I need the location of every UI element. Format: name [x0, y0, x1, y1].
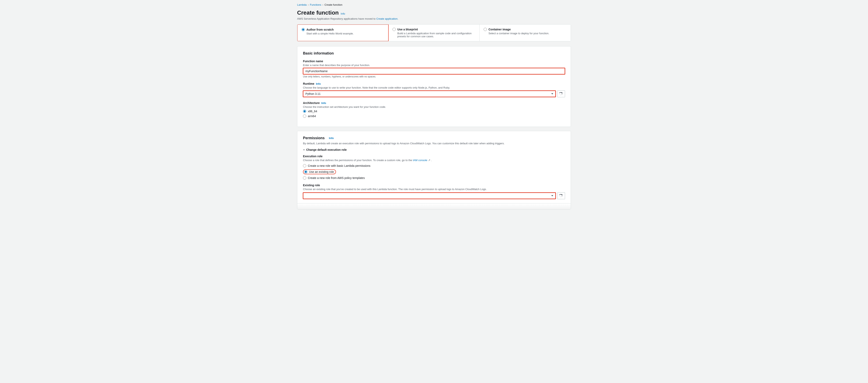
create-application-link[interactable]: Create application.	[376, 17, 398, 20]
architecture-x86-option[interactable]: x86_64	[303, 110, 565, 113]
role-label-use-existing: Use an existing role	[309, 170, 334, 174]
expand-label: Change default execution role	[306, 148, 347, 151]
method-card-author-scratch[interactable]: Author from scratch Start with a simple …	[297, 24, 389, 41]
permissions-title-row: Permissions Info	[303, 136, 565, 140]
method-desc-container: Select a container image to deploy for y…	[484, 32, 567, 35]
existing-role-select-wrapper	[303, 192, 565, 199]
runtime-label: Runtime	[303, 82, 314, 85]
expand-section: ▼ Change default execution role Executio…	[303, 148, 565, 199]
breadcrumb-lambda[interactable]: Lambda	[297, 3, 307, 6]
runtime-label-row: Runtime Info	[303, 82, 565, 85]
role-highlight-use-existing: Use an existing role	[303, 169, 336, 174]
runtime-desc: Choose the language to use to write your…	[303, 86, 565, 89]
iam-console-link[interactable]: IAM console	[413, 159, 427, 162]
architecture-info-link[interactable]: Info	[321, 101, 326, 105]
architecture-arm64-label: arm64	[308, 115, 316, 118]
permissions-desc: By default, Lambda will create an execut…	[303, 142, 565, 145]
runtime-info-link[interactable]: Info	[316, 82, 321, 85]
permissions-info-link[interactable]: Info	[329, 137, 334, 140]
permissions-title: Permissions	[303, 136, 324, 140]
function-name-hint: Use only letters, numbers, hyphens, or u…	[303, 75, 565, 78]
architecture-arm64-option[interactable]: arm64	[303, 115, 565, 118]
architecture-x86-label: x86_64	[308, 110, 317, 113]
role-radio-group: Create a new role with basic Lambda perm…	[303, 164, 565, 180]
creation-methods-container: Author from scratch Start with a simple …	[297, 24, 571, 41]
method-radio-blueprint[interactable]	[393, 28, 396, 31]
existing-role-group: Existing role Choose an existing role th…	[303, 184, 565, 199]
existing-role-desc: Choose an existing role that you've crea…	[303, 188, 565, 191]
role-radio-policy-templates[interactable]	[303, 176, 306, 180]
section-bottom-fade	[297, 203, 571, 209]
basic-info-title: Basic information	[303, 51, 565, 56]
role-label-policy-templates: Create a new role from AWS policy templa…	[308, 176, 365, 180]
permissions-section: Permissions Info By default, Lambda will…	[297, 131, 571, 209]
architecture-arm64-radio[interactable]	[303, 115, 306, 118]
architecture-label: Architecture	[303, 101, 319, 105]
expand-arrow-icon: ▼	[303, 149, 305, 151]
page-info-link[interactable]: Info	[341, 12, 345, 15]
role-option-use-existing[interactable]: Use an existing role	[303, 169, 565, 174]
breadcrumb-current: Create function	[324, 3, 342, 6]
role-option-create-basic[interactable]: Create a new role with basic Lambda perm…	[303, 164, 565, 167]
existing-role-select[interactable]	[303, 193, 556, 199]
method-desc-blueprint: Build a Lambda application from sample c…	[393, 32, 475, 38]
breadcrumb-sep-1: ›	[308, 3, 309, 6]
breadcrumb-functions[interactable]: Functions	[310, 3, 321, 6]
method-card-blueprint[interactable]: Use a blueprint Build a Lambda applicati…	[389, 25, 479, 41]
method-label-blueprint[interactable]: Use a blueprint	[397, 28, 418, 31]
runtime-select-wrapper: Python 3.11 Python 3.10 Python 3.9 Node.…	[303, 90, 565, 97]
role-radio-create-basic[interactable]	[303, 164, 306, 167]
execution-role-group: Execution role Choose a role that define…	[303, 155, 565, 180]
function-name-input[interactable]	[303, 68, 565, 75]
method-label-scratch[interactable]: Author from scratch	[306, 28, 334, 31]
existing-role-label: Existing role	[303, 184, 565, 187]
breadcrumb: Lambda › Functions › Create function	[297, 3, 571, 6]
basic-info-section: Basic information Function name Enter a …	[297, 46, 571, 127]
function-name-group: Function name Enter a name that describe…	[303, 60, 565, 78]
role-radio-use-existing[interactable]	[304, 170, 307, 174]
role-option-policy-templates[interactable]: Create a new role from AWS policy templa…	[303, 176, 565, 180]
page-title-row: Create function Info	[297, 9, 571, 16]
runtime-select[interactable]: Python 3.11 Python 3.10 Python 3.9 Node.…	[303, 91, 556, 97]
function-name-label: Function name	[303, 60, 565, 63]
page-subtitle: AWS Serverless Application Repository ap…	[297, 17, 571, 20]
method-card-container[interactable]: Container image Select a container image…	[479, 25, 571, 41]
role-label-create-basic: Create a new role with basic Lambda perm…	[308, 164, 370, 167]
architecture-group: Architecture Info Choose the instruction…	[303, 101, 565, 118]
architecture-radio-group: x86_64 arm64	[303, 110, 565, 118]
execution-role-label: Execution role	[303, 155, 565, 158]
runtime-refresh-button[interactable]	[557, 90, 565, 97]
execution-role-desc: Choose a role that defines the permissio…	[303, 159, 565, 162]
method-desc-scratch: Start with a simple Hello World example.	[302, 32, 384, 35]
method-radio-scratch[interactable]	[302, 28, 305, 31]
architecture-label-row: Architecture Info	[303, 101, 565, 105]
runtime-group: Runtime Info Choose the language to use …	[303, 82, 565, 97]
function-name-desc: Enter a name that describes the purpose …	[303, 64, 565, 67]
existing-role-refresh-button[interactable]	[557, 192, 565, 199]
expand-toggle[interactable]: ▼ Change default execution role	[303, 148, 565, 151]
architecture-desc: Choose the instruction set architecture …	[303, 106, 565, 109]
page-title: Create function	[297, 9, 339, 16]
method-label-container[interactable]: Container image	[489, 28, 511, 31]
method-radio-container[interactable]	[484, 28, 487, 31]
iam-external-icon: ↗	[428, 159, 430, 162]
architecture-x86-radio[interactable]	[303, 110, 306, 113]
breadcrumb-sep-2: ›	[322, 3, 323, 6]
